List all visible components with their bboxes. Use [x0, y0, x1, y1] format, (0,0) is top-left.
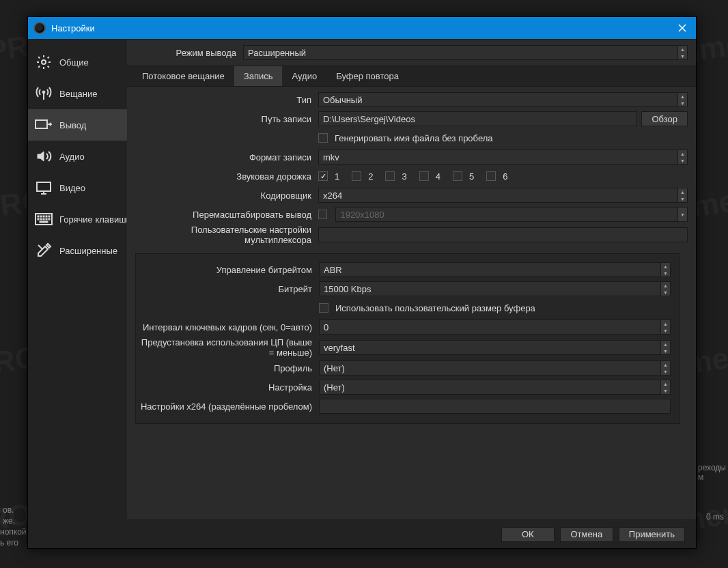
rec-path-input[interactable] [318, 111, 637, 126]
svg-rect-17 [40, 221, 48, 223]
bitrate-label: Битрейт [136, 284, 319, 294]
tab-recording[interactable]: Запись [234, 66, 283, 86]
sidebar-item-general[interactable]: Общие [28, 46, 127, 78]
svg-rect-11 [48, 216, 50, 217]
sidebar-item-label: Общие [59, 57, 89, 68]
ok-button[interactable]: ОК [501, 527, 555, 542]
rec-type-label: Тип [127, 95, 318, 105]
tab-streaming[interactable]: Потоковое вещание [132, 66, 234, 86]
titlebar[interactable]: Настройки [28, 17, 696, 39]
svg-point-3 [42, 91, 45, 94]
bg-text: ь его [0, 538, 18, 548]
sidebar-item-label: Вещание [59, 89, 98, 99]
sidebar-item-output[interactable]: Вывод [28, 109, 127, 141]
sidebar-item-label: Видео [59, 183, 85, 193]
rc-label: Управление битрейтом [136, 265, 319, 275]
output-mode-label: Режим вывода [127, 48, 243, 58]
output-icon [35, 116, 53, 134]
cancel-button[interactable]: Отмена [560, 527, 613, 542]
svg-rect-10 [46, 216, 47, 217]
encoder-label: Кодировщик [127, 190, 318, 201]
sidebar-item-stream[interactable]: Вещание [28, 78, 127, 109]
tab-audio[interactable]: Аудио [282, 66, 326, 86]
tune-select[interactable]: (Нет)▲▼ [319, 380, 671, 395]
svg-rect-8 [40, 216, 42, 217]
custom-buffer-checkbox[interactable] [319, 303, 328, 313]
rescale-select: 1920x1080▼ [335, 207, 688, 222]
sidebar-item-label: Аудио [59, 152, 85, 162]
monitor-icon [35, 179, 53, 197]
apply-button[interactable]: Применить [619, 527, 685, 542]
rec-type-select[interactable]: Обычный▲▼ [318, 92, 688, 107]
nospace-checkbox[interactable] [318, 133, 328, 143]
svg-rect-5 [37, 182, 51, 191]
tab-replay-buffer[interactable]: Буфер повтора [326, 66, 408, 86]
dialog-footer: ОК Отмена Применить [127, 520, 696, 548]
window-title: Настройки [51, 23, 95, 33]
sidebar-item-advanced[interactable]: Расширенные [28, 235, 127, 266]
antenna-icon [35, 85, 53, 102]
speaker-icon [35, 147, 53, 165]
encoder-settings: Управление битрейтом ABR▲▼ Битрейт 15000… [135, 253, 680, 424]
svg-rect-12 [38, 218, 39, 220]
svg-rect-4 [36, 120, 47, 128]
preset-select[interactable]: veryfast▲▼ [319, 340, 671, 355]
mux-label: Пользовательские настройки мультиплексор… [127, 225, 318, 245]
rec-format-select[interactable]: mkv▲▼ [318, 150, 688, 165]
keyint-label: Интервал ключевых кадров (сек, 0=авто) [136, 322, 319, 332]
nospace-label: Генерировать имя файла без пробела [335, 133, 493, 143]
custom-buffer-label: Использовать пользовательский размер буф… [335, 303, 535, 313]
sidebar-item-video[interactable]: Видео [28, 172, 127, 203]
bg-text: нопкой [0, 527, 27, 537]
keyboard-icon [35, 210, 53, 228]
track-3-checkbox[interactable] [385, 171, 395, 181]
bg-text: 0 ms [706, 512, 724, 522]
bg-text: же, [3, 516, 15, 526]
encoder-select[interactable]: x264▲▼ [318, 188, 688, 203]
browse-button[interactable]: Обзор [641, 111, 688, 126]
profile-select[interactable]: (Нет)▲▼ [319, 360, 671, 375]
content-panel: Режим вывода Расширенный ▲▼ Потоковое ве… [127, 40, 696, 548]
obs-logo-icon [33, 22, 46, 34]
svg-rect-14 [43, 218, 44, 220]
x264opts-input[interactable] [319, 399, 671, 414]
tune-label: Настройка [136, 382, 319, 393]
rescale-label: Перемасштабировать вывод [127, 210, 318, 220]
rec-path-label: Путь записи [127, 114, 318, 124]
track-2-checkbox[interactable] [352, 171, 361, 181]
svg-rect-7 [38, 216, 39, 217]
sidebar-item-label: Горячие клавиши [59, 214, 127, 225]
svg-rect-15 [46, 218, 47, 220]
track-label: Звуковая дорожка [127, 171, 318, 182]
rec-format-label: Формат записи [127, 152, 318, 162]
mux-input[interactable] [318, 227, 688, 242]
rc-select[interactable]: ABR▲▼ [319, 262, 671, 277]
output-tabs: Потоковое вещание Запись Аудио Буфер пов… [127, 66, 696, 87]
output-mode-select[interactable]: Расширенный ▲▼ [243, 45, 688, 60]
rescale-checkbox[interactable] [318, 210, 327, 219]
svg-rect-13 [40, 218, 42, 220]
svg-rect-16 [48, 218, 50, 220]
track-4-checkbox[interactable] [419, 171, 429, 181]
sidebar-item-hotkeys[interactable]: Горячие клавиши [28, 203, 127, 235]
sidebar-item-audio[interactable]: Аудио [28, 141, 127, 172]
track-5-checkbox[interactable] [453, 171, 462, 181]
track-1-checkbox[interactable] [318, 171, 328, 181]
preset-label: Предустановка использования ЦП (выше = м… [136, 337, 319, 358]
track-6-checkbox[interactable] [486, 171, 496, 181]
sidebar-item-label: Расширенные [59, 246, 117, 256]
svg-point-2 [42, 60, 46, 64]
bg-text: ов. [3, 505, 14, 515]
settings-dialog: Настройки Общие Вещание Вывод Аудио [27, 16, 697, 549]
profile-label: Профиль [136, 363, 319, 373]
sidebar-item-label: Вывод [59, 120, 86, 130]
tools-icon [35, 242, 53, 259]
gear-icon [35, 53, 53, 71]
svg-rect-9 [43, 216, 44, 217]
x264opts-label: Настройки x264 (разделённые пробелом) [136, 401, 319, 412]
close-button[interactable] [674, 20, 690, 36]
keyint-spinner[interactable]: 0▲▼ [319, 320, 671, 335]
bg-text: реходы м [698, 463, 728, 482]
bitrate-spinner[interactable]: 15000 Kbps▲▼ [319, 281, 671, 296]
audio-tracks: 1 2 3 4 5 6 [318, 171, 688, 182]
